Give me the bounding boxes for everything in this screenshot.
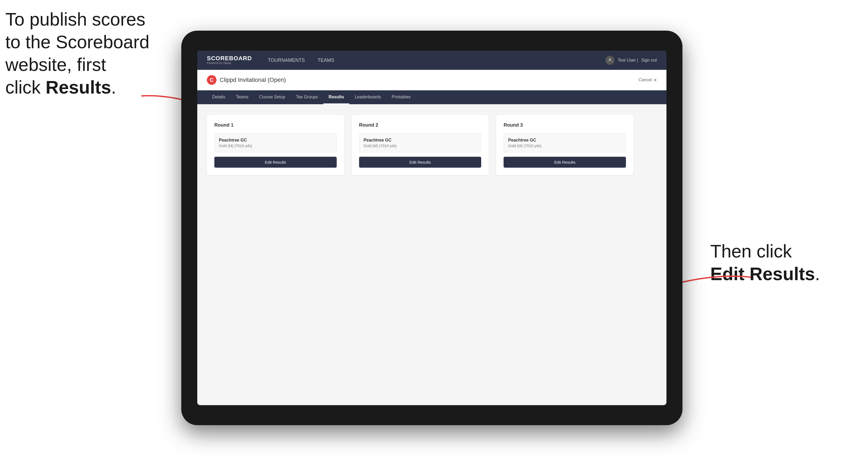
tab-tee-groups[interactable]: Tee Groups bbox=[290, 90, 323, 104]
edit-results-button-2[interactable]: Edit Results bbox=[359, 157, 482, 168]
round-2-course-details: Gold (M) (7010 yds) bbox=[364, 144, 477, 148]
round-3-course-details: Gold (M) (7010 yds) bbox=[508, 144, 621, 148]
round-3-course-name: Peachtree GC bbox=[508, 138, 621, 143]
close-icon: ✕ bbox=[653, 77, 657, 83]
round-2-course-card: Peachtree GC Gold (M) (7010 yds) bbox=[359, 133, 482, 153]
tablet-screen: SCOREBOARD Powered by clippd TOURNAMENTS… bbox=[197, 51, 666, 405]
round-1-course-details: Gold (M) (7010 yds) bbox=[219, 144, 332, 148]
cancel-button[interactable]: Cancel ✕ bbox=[639, 77, 657, 83]
user-name: Test User | bbox=[618, 58, 638, 63]
round-1-course-name: Peachtree GC bbox=[219, 138, 332, 143]
topnav-right: Test User | Sign out bbox=[606, 56, 657, 65]
tablet-device: SCOREBOARD Powered by clippd TOURNAMENTS… bbox=[181, 31, 682, 425]
main-content: C Clippd Invitational (Open) Cancel ✕ De… bbox=[197, 70, 666, 405]
round-3-course-card: Peachtree GC Gold (M) (7010 yds) bbox=[503, 133, 626, 153]
tab-course-setup[interactable]: Course Setup bbox=[254, 90, 290, 104]
tournament-name: Clippd Invitational (Open) bbox=[220, 76, 286, 84]
results-content: Round 1 Peachtree GC Gold (M) (7010 yds)… bbox=[197, 104, 666, 405]
svg-point-2 bbox=[609, 58, 611, 61]
tab-leaderboards[interactable]: Leaderboards bbox=[349, 90, 386, 104]
user-avatar bbox=[606, 56, 615, 65]
rounds-grid: Round 1 Peachtree GC Gold (M) (7010 yds)… bbox=[207, 115, 633, 175]
round-1-card: Round 1 Peachtree GC Gold (M) (7010 yds)… bbox=[207, 115, 344, 175]
top-navigation: SCOREBOARD Powered by clippd TOURNAMENTS… bbox=[197, 51, 666, 70]
round-2-card: Round 2 Peachtree GC Gold (M) (7010 yds)… bbox=[352, 115, 489, 175]
round-3-title: Round 3 bbox=[503, 122, 626, 128]
nav-tournaments[interactable]: TOURNAMENTS bbox=[268, 58, 305, 63]
tab-details[interactable]: Details bbox=[207, 90, 230, 104]
round-3-card: Round 3 Peachtree GC Gold (M) (7010 yds)… bbox=[496, 115, 633, 175]
round-2-title: Round 2 bbox=[359, 122, 482, 128]
tournament-icon: C bbox=[207, 75, 216, 85]
signout-button[interactable]: Sign out bbox=[641, 58, 657, 63]
topnav-links: TOURNAMENTS TEAMS bbox=[268, 58, 606, 63]
tab-navigation: Details Teams Course Setup Tee Groups Re… bbox=[197, 90, 666, 104]
logo-subtitle: Powered by clippd bbox=[207, 61, 252, 65]
instruction-right: Then click Edit Results. bbox=[710, 240, 820, 285]
logo: SCOREBOARD Powered by clippd bbox=[207, 56, 252, 65]
tab-teams[interactable]: Teams bbox=[230, 90, 254, 104]
tab-results[interactable]: Results bbox=[323, 90, 349, 104]
round-1-course-card: Peachtree GC Gold (M) (7010 yds) bbox=[214, 133, 337, 153]
round-2-course-name: Peachtree GC bbox=[364, 138, 477, 143]
tab-printables[interactable]: Printables bbox=[386, 90, 416, 104]
instruction-left: To publish scores to the Scoreboard webs… bbox=[5, 8, 150, 99]
round-1-title: Round 1 bbox=[214, 122, 337, 128]
logo-title: SCOREBOARD bbox=[207, 56, 252, 61]
edit-results-button-1[interactable]: Edit Results bbox=[214, 157, 337, 168]
nav-teams[interactable]: TEAMS bbox=[318, 58, 334, 63]
tournament-header: C Clippd Invitational (Open) Cancel ✕ bbox=[197, 70, 666, 90]
tournament-title-row: C Clippd Invitational (Open) bbox=[207, 75, 286, 85]
edit-results-button-3[interactable]: Edit Results bbox=[503, 157, 626, 168]
